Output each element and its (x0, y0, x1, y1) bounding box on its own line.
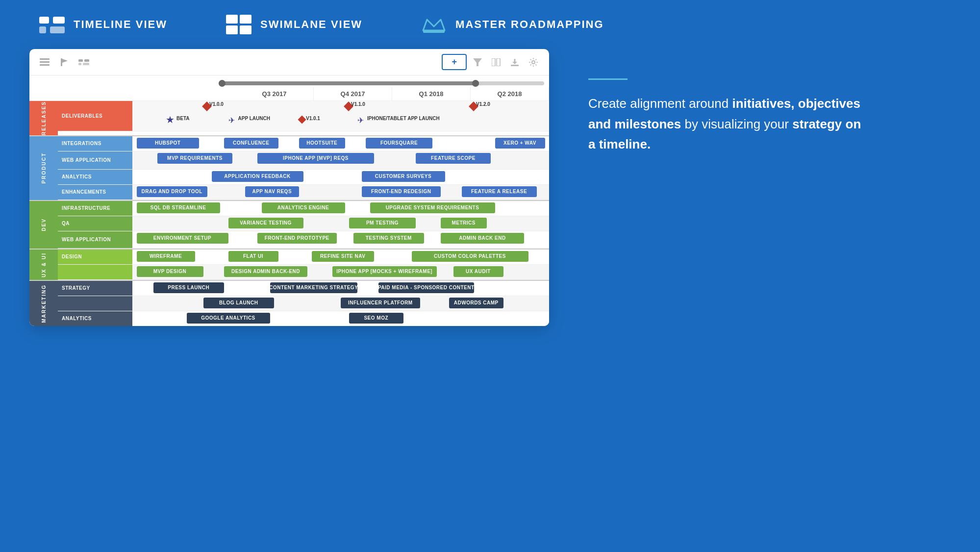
infrastructure-label: INFRASTRUCTURE (58, 201, 132, 216)
timeline-icon (39, 15, 65, 34)
bar-admin-back-end: ADMIN BACK END (441, 233, 524, 244)
bar-mvp-design: MVP DESIGN (137, 266, 203, 277)
svg-rect-22 (511, 65, 519, 66)
bar-customer-surveys: CUSTOMER SURVEYS (362, 171, 445, 182)
timeline-btn[interactable] (76, 55, 91, 70)
quarter-q3-2017: Q3 2017 (235, 87, 314, 100)
nav-swimlane[interactable]: SWIMLANE VIEW (226, 15, 362, 34)
marketing-analytics-label: ANALYTICS (58, 311, 132, 326)
strategy-row2: BLOG LAUNCH INFLUENCER PLATFORM ADWORDS … (58, 296, 549, 311)
webapp-dev-label: WEB APPLICATION (58, 231, 132, 248)
infrastructure-timeline: SQL DB STREAMLINE ANALYTICS ENGINE UPGRA… (132, 201, 549, 216)
webapp-dev-row: WEB APPLICATION ENVIRONMENT SETUP FRONT-… (58, 231, 549, 249)
top-navigation: TIMELINE VIEW SWIMLANE VIEW MASTER ROADM… (0, 0, 980, 49)
releases-rows: DELIVERABLES V1.0.0 V1.1.0 (58, 101, 549, 135)
columns-icon[interactable] (488, 54, 504, 70)
quarter-q4-2017: Q4 2017 (314, 87, 392, 100)
strategy-row1: STRATEGY PRESS LAUNCH CONTENT MARKETING … (58, 281, 549, 296)
dev-side-label: DEV (29, 201, 58, 249)
nav-timeline-label: TIMELINE VIEW (74, 18, 167, 31)
webapp-dev-timeline: ENVIRONMENT SETUP FRONT-END PROTOTYPE TE… (132, 231, 549, 248)
qa-label: QA (58, 216, 132, 231)
bar-sql-db: SQL DB STREAMLINE (137, 202, 220, 213)
roadmap-card: + (29, 49, 549, 326)
svg-rect-6 (226, 25, 238, 34)
integrations-timeline: HUBSPOT CONFLUENCE HOOTSUITE FOURSQUARE … (132, 136, 549, 151)
list-view-btn[interactable] (37, 55, 52, 70)
analytics-label: ANALYTICS (58, 170, 132, 184)
bar-pm-testing: PM TESTING (349, 218, 416, 228)
design-label2 (58, 265, 132, 279)
bar-design-admin: DESIGN ADMIN BACK-END (224, 266, 307, 277)
svg-rect-11 (40, 61, 50, 63)
milestone-applaunch-plane: ✈ (228, 116, 235, 125)
bar-app-nav: APP NAV REQS (245, 186, 300, 197)
svg-point-25 (532, 61, 535, 64)
bar-frontend-proto: FRONT-END PROTOTYPE (257, 233, 337, 244)
bar-hubspot: HUBSPOT (137, 138, 200, 149)
enhancements-label: ENHANCEMENTS (58, 185, 132, 200)
milestone-v100-label: V1.0.0 (209, 101, 224, 107)
milestone-applaunch-label: APP LAUNCH (238, 116, 270, 121)
bar-content-mktg: CONTENT MARKETING STRATEGY (270, 282, 358, 293)
svg-rect-15 (78, 59, 83, 62)
marketing-analytics-timeline: GOOGLE ANALYTICS SEO MOZ (132, 311, 549, 326)
bar-metrics: METRICS (441, 218, 487, 228)
bar-press-launch: PRESS LAUNCH (153, 282, 225, 293)
toolbar-left (37, 55, 438, 70)
svg-rect-1 (39, 26, 46, 33)
svg-marker-14 (62, 59, 68, 63)
scrubber-left-handle[interactable] (219, 80, 226, 87)
infrastructure-row: INFRASTRUCTURE SQL DB STREAMLINE ANALYTI… (58, 201, 549, 216)
svg-rect-3 (50, 26, 65, 33)
bar-frontend-redesign: FRONT-END REDESIGN (362, 186, 441, 197)
toolbar: + (29, 49, 549, 75)
bar-testing-system: TESTING SYSTEM (353, 233, 425, 244)
milestone-v120-label: V1.2.0 (476, 101, 490, 107)
milestone-iphonelaunch-label: IPHONE/TABLET APP LAUNCH (367, 116, 440, 121)
releases-deliverables-row: DELIVERABLES V1.0.0 V1.1.0 (58, 101, 549, 131)
bar-paid-media: PAID MEDIA - SPONSORED CONTENT (378, 282, 475, 293)
marketing-rows: STRATEGY PRESS LAUNCH CONTENT MARKETING … (58, 281, 549, 326)
milestone-beta-label: BETA (176, 116, 189, 121)
scrubber-row (29, 75, 549, 87)
bar-google-analytics: GOOGLE ANALYTICS (187, 313, 270, 324)
milestone-v101-label: V1.0.1 (306, 116, 320, 121)
nav-master-label: MASTER ROADMAPPING (455, 18, 603, 31)
bar-mvp-req: MVP REQUIREMENTS (157, 153, 232, 164)
marketing-side-label: MARKETING (29, 281, 58, 326)
export-icon[interactable] (507, 54, 523, 70)
bar-xero: XERO + WAV (495, 138, 545, 149)
bar-confluence: CONFLUENCE (224, 138, 278, 149)
bar-variance-testing: VARIANCE TESTING (228, 218, 303, 228)
bar-ux-audit: UX AUDIT (453, 266, 503, 277)
crown-icon (421, 15, 447, 34)
uxui-rows: DESIGN WIREFRAME FLAT UI REFINE SITE NAV… (58, 250, 549, 280)
product-section: PRODUCT INTEGRATIONS HUBSPOT CONFLUENCE … (29, 136, 549, 201)
description-panel: Create alignment around initiatives, obj… (578, 49, 951, 326)
svg-marker-19 (473, 58, 482, 66)
product-rows: INTEGRATIONS HUBSPOT CONFLUENCE HOOTSUIT… (58, 136, 549, 200)
enhancements-timeline: DRAG AND DROP TOOL APP NAV REQS FRONT-EN… (132, 185, 549, 200)
nav-timeline[interactable]: TIMELINE VIEW (39, 15, 167, 34)
scrubber-track[interactable] (219, 81, 544, 85)
description-divider (588, 78, 628, 80)
strategy-timeline1: PRESS LAUNCH CONTENT MARKETING STRATEGY … (132, 281, 549, 296)
enhancements-row: ENHANCEMENTS DRAG AND DROP TOOL APP NAV … (58, 185, 549, 200)
nav-master[interactable]: MASTER ROADMAPPING (421, 15, 603, 34)
design-timeline1: WIREFRAME FLAT UI REFINE SITE NAV CUSTOM… (132, 250, 549, 264)
svg-marker-24 (512, 62, 517, 64)
svg-rect-21 (497, 58, 500, 66)
bar-upgrade-sys: UPGRADE SYSTEM REQUIREMENTS (370, 202, 495, 213)
releases-side-label: RELEASES (29, 101, 58, 135)
scrubber-right-handle[interactable] (472, 80, 479, 87)
filter-icon[interactable] (470, 54, 485, 70)
svg-rect-2 (53, 17, 65, 24)
flag-btn[interactable] (57, 55, 72, 70)
product-side-label: PRODUCT (29, 136, 58, 200)
add-button[interactable]: + (442, 54, 467, 70)
settings-icon[interactable] (526, 54, 541, 70)
bar-iphone-mvp: IPHONE APP [MVP] REQS (257, 153, 374, 164)
design-row2: MVP DESIGN DESIGN ADMIN BACK-END IPHONE … (58, 265, 549, 280)
marketing-section: MARKETING STRATEGY PRESS LAUNCH CONTENT … (29, 281, 549, 326)
